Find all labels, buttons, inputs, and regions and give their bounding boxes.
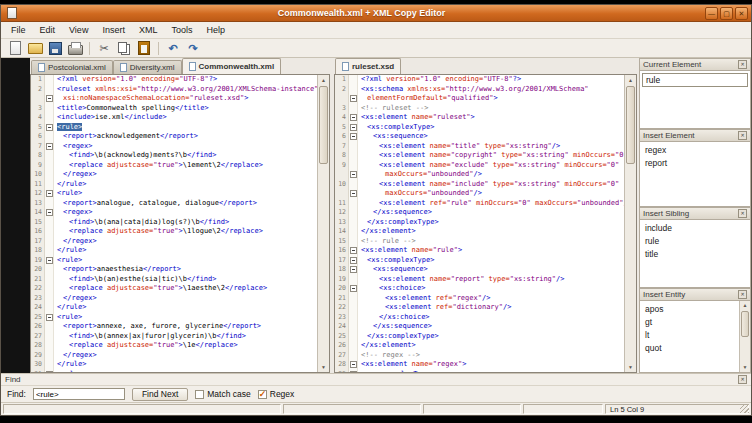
undo-icon[interactable] xyxy=(164,40,182,56)
fold-marker-icon[interactable] xyxy=(350,285,357,292)
code-line[interactable]: 15<!-- rule --> xyxy=(335,237,624,247)
tab-diversity.xml[interactable]: Diversity.xml xyxy=(113,60,182,74)
fold-marker-icon[interactable] xyxy=(46,257,53,264)
left-editor-scrollbar[interactable]: ▲ ▼ xyxy=(317,75,329,372)
tab-commonwealth.xml[interactable]: Commonwealth.xml xyxy=(182,58,282,74)
new-icon[interactable] xyxy=(6,40,24,56)
code-line[interactable]: 8<find>\b(acknowledg)ments?\b</find> xyxy=(31,151,317,161)
code-line[interactable]: 5<xs:complexType> xyxy=(335,123,624,133)
code-line[interactable]: 4<include>ise.xml</include> xyxy=(31,113,317,123)
code-line[interactable]: 14</xs:element> xyxy=(335,227,624,237)
code-line[interactable]: 12</xs:sequence> xyxy=(335,208,624,218)
code-line[interactable]: 11<xs:element ref="rule" minOccurs="0" m… xyxy=(335,199,624,209)
save-icon[interactable] xyxy=(46,40,64,56)
current-element-input[interactable]: rule xyxy=(642,73,748,87)
fold-marker-icon[interactable] xyxy=(350,133,357,140)
tab-ruleset.xsd[interactable]: ruleset.xsd xyxy=(335,58,401,74)
code-line[interactable]: 11</rule> xyxy=(31,180,317,190)
code-line[interactable]: 29</regex> xyxy=(31,351,317,361)
list-item-title[interactable]: title xyxy=(642,248,748,261)
resize-grip[interactable] xyxy=(740,404,749,413)
tab-postcolonial.xml[interactable]: Postcolonial.xml xyxy=(31,60,113,74)
code-line[interactable]: 25<rule> xyxy=(31,313,317,323)
find-input[interactable] xyxy=(33,388,125,400)
code-line[interactable]: maxOccurs="unbounded"/> xyxy=(335,189,624,199)
code-line[interactable]: 28<replace adjustcase="true">\1e</replac… xyxy=(31,341,317,351)
list-item-report[interactable]: report xyxy=(642,157,748,170)
code-line[interactable]: 10</regex> xyxy=(31,170,317,180)
code-line[interactable]: 2<ruleset xmlns:xsi="http://www.w3.org/2… xyxy=(31,85,317,95)
print-icon[interactable] xyxy=(66,40,84,56)
code-line[interactable]: 2<xs:schema xmlns:xs="http://www.w3.org/… xyxy=(335,85,624,95)
match-case-checkbox[interactable] xyxy=(195,390,204,399)
list-item-quot[interactable]: quot xyxy=(642,342,748,355)
scrollbar-thumb[interactable] xyxy=(319,86,328,164)
code-line[interactable]: 21<find>\b(an)esthe(sia|tic)\b</find> xyxy=(31,275,317,285)
right-editor[interactable]: 1<?xml version="1.0" encoding="UTF-8"?>2… xyxy=(334,74,637,373)
code-line[interactable]: 9<xs:element name="exclude" type="xs:str… xyxy=(335,161,624,171)
fold-marker-icon[interactable] xyxy=(46,190,53,197)
code-line[interactable]: 10<xs:element name="include" type="xs:st… xyxy=(335,180,624,190)
fold-marker-icon[interactable] xyxy=(46,143,53,150)
panel-close-icon[interactable]: ✕ xyxy=(738,290,747,299)
scroll-up-icon[interactable]: ▲ xyxy=(740,301,750,310)
code-line[interactable]: maxOccurs="unbounded"/> xyxy=(335,170,624,180)
code-line[interactable]: 29<xs:complexType> xyxy=(335,370,624,373)
fold-marker-icon[interactable] xyxy=(46,209,53,216)
scroll-up-icon[interactable]: ▲ xyxy=(625,75,636,85)
list-item-lt[interactable]: lt xyxy=(642,329,748,342)
code-line[interactable]: 14<regex> xyxy=(31,208,317,218)
fold-marker-icon[interactable] xyxy=(350,124,357,131)
code-line[interactable]: 13</xs:complexType> xyxy=(335,218,624,228)
code-line[interactable]: 9<replace adjustcase="true">\1ement\2</r… xyxy=(31,161,317,171)
code-line[interactable]: 30</rule> xyxy=(31,360,317,370)
paste-icon[interactable] xyxy=(135,40,153,56)
find-next-button[interactable]: Find Next xyxy=(132,388,188,401)
scroll-down-icon[interactable]: ▼ xyxy=(318,362,329,372)
fold-marker-icon[interactable] xyxy=(46,314,53,321)
panel-close-icon[interactable]: ✕ xyxy=(738,131,747,140)
list-item-include[interactable]: include xyxy=(642,222,748,235)
code-line[interactable]: 12<rule> xyxy=(31,189,317,199)
code-line[interactable]: 21<xs:element ref="regex"/> xyxy=(335,294,624,304)
code-line[interactable]: 1<?xml version="1.0" encoding="UTF-8"?> xyxy=(31,75,317,85)
open-icon[interactable] xyxy=(26,40,44,56)
menu-file[interactable]: File xyxy=(4,22,33,38)
code-line[interactable]: 20<xs:choice> xyxy=(335,284,624,294)
code-line[interactable]: 19<rule> xyxy=(31,256,317,266)
fold-marker-icon[interactable] xyxy=(46,124,53,131)
code-line[interactable]: 18</rule> xyxy=(31,246,317,256)
code-line[interactable]: 8<xs:element name="copyright" type="xs:s… xyxy=(335,151,624,161)
fold-marker-icon[interactable] xyxy=(350,171,357,178)
code-line[interactable]: 1<?xml version="1.0" encoding="UTF-8"?> xyxy=(335,75,624,85)
code-line[interactable]: 26</xs:element> xyxy=(335,341,624,351)
code-line[interactable]: 24</xs:sequence> xyxy=(335,322,624,332)
scrollbar-thumb[interactable] xyxy=(626,86,635,164)
fold-marker-icon[interactable] xyxy=(46,95,53,102)
code-line[interactable]: 23</regex> xyxy=(31,294,317,304)
list-item-regex[interactable]: regex xyxy=(642,144,748,157)
menu-tools[interactable]: Tools xyxy=(164,22,199,38)
code-line[interactable]: 6<report>acknowledgement</report> xyxy=(31,132,317,142)
fold-marker-icon[interactable] xyxy=(46,371,53,373)
code-line[interactable]: 7<regex> xyxy=(31,142,317,152)
list-item-rule[interactable]: rule xyxy=(642,235,748,248)
maximize-button[interactable] xyxy=(720,7,733,20)
scrollbar-thumb[interactable] xyxy=(741,311,749,337)
menu-xml[interactable]: XML xyxy=(132,22,165,38)
menu-help[interactable]: Help xyxy=(199,22,232,38)
code-line[interactable]: 24</rule> xyxy=(31,303,317,313)
panel-close-icon[interactable]: ✕ xyxy=(738,60,747,69)
code-line[interactable]: 7<xs:element name="title" type="xs:strin… xyxy=(335,142,624,152)
code-line[interactable]: 28<xs:element name="regex"> xyxy=(335,360,624,370)
code-line[interactable]: 31<rule> xyxy=(31,370,317,373)
code-line[interactable]: 18<xs:sequence> xyxy=(335,265,624,275)
code-line[interactable]: 17<xs:complexType> xyxy=(335,256,624,266)
fold-marker-icon[interactable] xyxy=(350,257,357,264)
code-line[interactable]: 4<xs:element name="ruleset"> xyxy=(335,113,624,123)
code-line[interactable]: 20<report>anaesthesia</report> xyxy=(31,265,317,275)
code-line[interactable]: 25</xs:complexType> xyxy=(335,332,624,342)
code-line[interactable]: 5<rule> xyxy=(31,123,317,133)
regex-checkbox[interactable] xyxy=(258,390,267,399)
fold-marker-icon[interactable] xyxy=(350,361,357,368)
